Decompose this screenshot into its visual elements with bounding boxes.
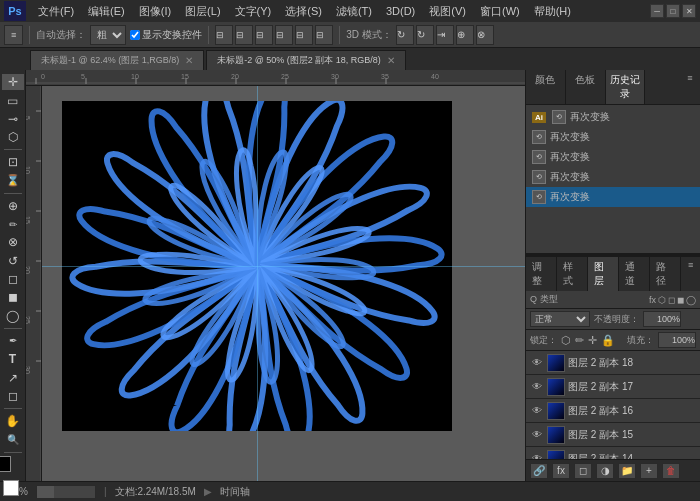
document-canvas[interactable]	[42, 86, 525, 481]
history-item-4[interactable]: ⟲ 再次变换	[526, 167, 700, 187]
layer-mask-btn[interactable]: ◻	[574, 463, 592, 479]
layers-tab-adjustments[interactable]: 调整	[526, 257, 557, 291]
lasso-tool-btn[interactable]: ⊸	[2, 111, 24, 127]
auto-select-dropdown[interactable]: 粗	[90, 25, 126, 45]
align-left-btn[interactable]: ⊟	[215, 25, 233, 45]
gradient-tool-btn[interactable]: ◼	[2, 289, 24, 305]
eyedropper-tool-btn[interactable]: ⌛	[2, 172, 24, 188]
hand-tool-btn[interactable]: ✋	[2, 413, 24, 429]
layer-item-18[interactable]: 👁 图层 2 副本 18	[526, 351, 700, 375]
menu-edit[interactable]: 编辑(E)	[82, 2, 131, 21]
menu-help[interactable]: 帮助(H)	[528, 2, 577, 21]
select-rect-tool-btn[interactable]: ▭	[2, 92, 24, 108]
history-item-5[interactable]: ⟲ 再次变换	[526, 187, 700, 207]
menu-3d[interactable]: 3D(D)	[380, 3, 421, 19]
align-top-btn[interactable]: ⊟	[275, 25, 293, 45]
filter-color-btn[interactable]: ◯	[686, 295, 696, 305]
3d-orbit-btn[interactable]: ↻	[396, 25, 414, 45]
3d-scale-btn[interactable]: ⊗	[476, 25, 494, 45]
filter-fx-btn[interactable]: fx	[649, 295, 656, 305]
layers-tab-paths[interactable]: 路径	[650, 257, 681, 291]
layer-fx-btn[interactable]: fx	[552, 463, 570, 479]
menu-text[interactable]: 文字(Y)	[229, 2, 278, 21]
tab-1-close[interactable]: ✕	[185, 55, 193, 66]
eraser-tool-btn[interactable]: ◻	[2, 271, 24, 287]
move-tool-btn[interactable]: ✛	[2, 74, 24, 90]
layer-eye-18[interactable]: 👁	[530, 357, 544, 368]
tab-2[interactable]: 未标题-2 @ 50% (图层2 副本 18, RGB/8) ✕	[206, 50, 406, 70]
layers-tab-layers[interactable]: 图层	[588, 257, 619, 291]
layer-eye-16[interactable]: 👁	[530, 405, 544, 416]
layers-tab-styles[interactable]: 样式	[557, 257, 588, 291]
menu-window[interactable]: 窗口(W)	[474, 2, 526, 21]
align-bottom-btn[interactable]: ⊟	[315, 25, 333, 45]
layers-tab-channels[interactable]: 通道	[619, 257, 650, 291]
show-transform-checkbox[interactable]	[130, 30, 140, 40]
layer-eye-15[interactable]: 👁	[530, 429, 544, 440]
layer-item-17[interactable]: 👁 图层 2 副本 17	[526, 375, 700, 399]
panel-tab-swatches[interactable]: 色板	[566, 70, 606, 104]
panel-menu-btn[interactable]: ≡	[680, 70, 700, 104]
history-brush-btn[interactable]: ↺	[2, 253, 24, 269]
history-item-1[interactable]: Ai ⟲ 再次变换	[526, 107, 700, 127]
lock-pixels-btn[interactable]: ✏	[575, 334, 584, 347]
maximize-button[interactable]: □	[666, 4, 680, 18]
lock-all-btn[interactable]: 🔒	[601, 334, 615, 347]
shape-tool-btn[interactable]: ◻	[2, 388, 24, 404]
menu-view[interactable]: 视图(V)	[423, 2, 472, 21]
menu-file[interactable]: 文件(F)	[32, 2, 80, 21]
text-tool-btn[interactable]: T	[2, 351, 24, 367]
filter-smart-btn[interactable]: ◼	[677, 295, 684, 305]
layer-adj-btn[interactable]: ◑	[596, 463, 614, 479]
panel-tab-history[interactable]: 历史记录	[606, 70, 646, 104]
layer-new-btn[interactable]: +	[640, 463, 658, 479]
zoom-tool-btn[interactable]: 🔍	[2, 431, 24, 447]
foreground-color[interactable]	[0, 456, 11, 472]
layer-item-16[interactable]: 👁 图层 2 副本 16	[526, 399, 700, 423]
pen-tool-btn[interactable]: ✒	[2, 333, 24, 349]
background-color[interactable]	[3, 480, 19, 496]
layers-panel-menu[interactable]: ≡	[681, 257, 700, 291]
healing-brush-btn[interactable]: ⊕	[2, 198, 24, 214]
filter-type-btn[interactable]: ⬡	[658, 295, 666, 305]
fill-input[interactable]	[658, 332, 696, 348]
lock-position-btn[interactable]: ✛	[588, 334, 597, 347]
menu-select[interactable]: 选择(S)	[279, 2, 328, 21]
3d-roll-btn[interactable]: ↻	[416, 25, 434, 45]
layer-item-15[interactable]: 👁 图层 2 副本 15	[526, 423, 700, 447]
menu-filter[interactable]: 滤镜(T)	[330, 2, 378, 21]
clone-stamp-btn[interactable]: ⊗	[2, 234, 24, 250]
layers-list[interactable]: 👁 图层 2 副本 18 👁 图层 2 副本 17 👁 图层 2 副本 16 👁	[526, 351, 700, 459]
history-item-2[interactable]: ⟲ 再次变换	[526, 127, 700, 147]
path-select-btn[interactable]: ↗	[2, 369, 24, 385]
menu-layer[interactable]: 图层(L)	[179, 2, 226, 21]
quick-select-tool-btn[interactable]: ⬡	[2, 129, 24, 145]
close-button[interactable]: ✕	[682, 4, 696, 18]
filter-pixel-btn[interactable]: ◻	[668, 295, 675, 305]
layer-link-btn[interactable]: 🔗	[530, 463, 548, 479]
panel-tab-color[interactable]: 颜色	[526, 70, 566, 104]
3d-slide-btn[interactable]: ⊕	[456, 25, 474, 45]
brush-tool-btn[interactable]: ✏	[2, 216, 24, 232]
lock-transparent-btn[interactable]: ⬡	[561, 334, 571, 347]
blend-mode-select[interactable]: 正常	[530, 311, 590, 327]
align-center-btn[interactable]: ⊟	[235, 25, 253, 45]
layer-delete-btn[interactable]: 🗑	[662, 463, 680, 479]
opacity-input[interactable]	[643, 311, 681, 327]
tab-2-close[interactable]: ✕	[387, 55, 395, 66]
history-item-3[interactable]: ⟲ 再次变换	[526, 147, 700, 167]
menu-image[interactable]: 图像(I)	[133, 2, 177, 21]
align-right-btn[interactable]: ⊟	[255, 25, 273, 45]
crop-tool-btn[interactable]: ⊡	[2, 154, 24, 170]
3d-pan-btn[interactable]: ⇥	[436, 25, 454, 45]
minimize-button[interactable]: ─	[650, 4, 664, 18]
show-transform-label[interactable]: 显示变换控件	[130, 28, 202, 42]
toolbar-icon-btn[interactable]: ≡	[4, 25, 23, 45]
tab-1[interactable]: 未标题-1 @ 62.4% (图层 1,RGB/8) ✕	[30, 50, 204, 70]
zoom-slider[interactable]	[36, 485, 96, 499]
layer-group-btn[interactable]: 📁	[618, 463, 636, 479]
layer-eye-17[interactable]: 👁	[530, 381, 544, 392]
color-swatch-container[interactable]	[0, 456, 27, 477]
layer-item-14[interactable]: 👁 图层 2 副本 14	[526, 447, 700, 459]
align-mid-btn[interactable]: ⊟	[295, 25, 313, 45]
